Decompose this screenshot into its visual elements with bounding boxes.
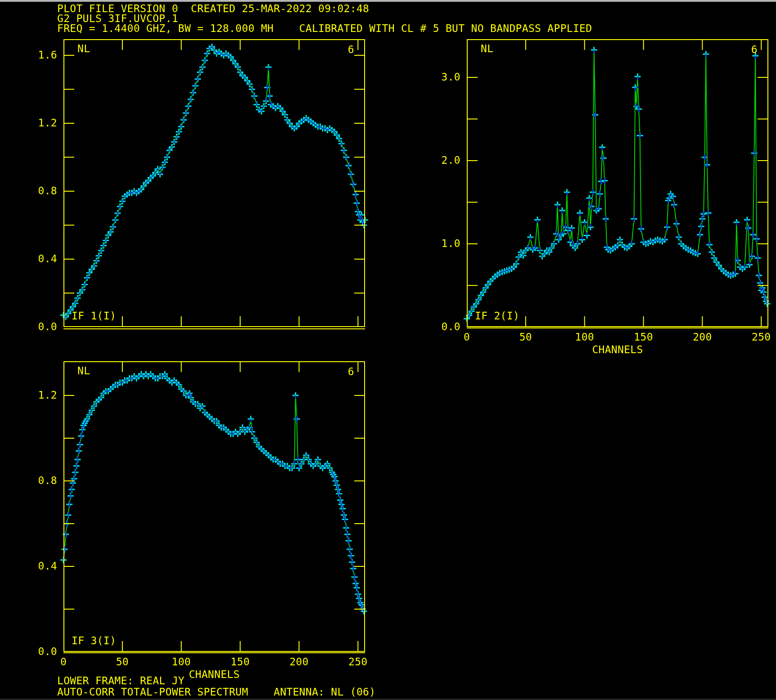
plot-border-if1 — [64, 40, 365, 327]
data-point-markers-if1 — [60, 44, 368, 320]
data-point-markers-if3 — [60, 371, 367, 615]
x-tick-label-if3: 200 — [281, 657, 317, 667]
x-tick-label-if3: 250 — [340, 657, 376, 667]
antenna-label-if3: NL — [77, 366, 90, 376]
x-tick-label-if3: 150 — [222, 657, 258, 667]
chart-if3 — [60, 362, 367, 653]
x-tick-label-if3: 50 — [104, 657, 140, 667]
y-tick-label-if1: 0.0 — [26, 322, 57, 332]
x-tick-label-if3: 100 — [163, 657, 199, 667]
antenna-label-if2: NL — [481, 44, 493, 54]
y-tick-label-if2: 0.0 — [429, 322, 460, 332]
y-tick-label-if3: 0.8 — [26, 476, 57, 486]
x-tick-label-if2: 150 — [626, 332, 662, 342]
plot-border-if2 — [467, 40, 768, 327]
y-tick-label-if1: 0.8 — [26, 186, 57, 196]
x-tick-label-if2: 100 — [567, 332, 603, 342]
x-tick-label-if2: 0 — [449, 332, 485, 342]
plot-number-label-if1: 6 — [336, 45, 354, 55]
if-label-if2: IF 2(I) — [475, 311, 519, 321]
x-tick-label-if2: 200 — [684, 332, 720, 342]
x-tick-label-if3: 0 — [45, 657, 81, 667]
chart-if2 — [464, 40, 770, 328]
if-label-if1: IF 1(I) — [72, 311, 116, 321]
y-tick-label-if3: 0.0 — [26, 646, 57, 657]
y-tick-label-if2: 2.0 — [429, 155, 460, 166]
x-tick-label-if2: 50 — [508, 332, 544, 342]
y-tick-label-if1: 1.2 — [26, 118, 57, 128]
plot-number-label-if2: 6 — [740, 45, 758, 55]
y-tick-label-if3: 0.4 — [26, 561, 57, 571]
x-tick-label-if2: 250 — [743, 332, 776, 342]
if-label-if3: IF 3(I) — [72, 636, 116, 646]
x-axis-title-if2: CHANNELS — [573, 345, 663, 355]
spectrum-line-if3 — [63, 374, 364, 611]
axis-ticks-if3 — [64, 362, 364, 651]
plot-border-if3 — [64, 362, 365, 651]
y-tick-label-if2: 1.0 — [429, 238, 460, 249]
plot-number-label-if3: 6 — [336, 367, 354, 377]
footer-plot-type-antenna: AUTO-CORR TOTAL-POWER SPECTRUM ANTENNA: … — [57, 687, 375, 697]
chart-if1 — [60, 40, 368, 329]
axis-ticks-if1 — [64, 40, 364, 326]
spectrum-line-if1 — [63, 47, 365, 317]
antenna-label-if1: NL — [77, 44, 90, 54]
data-point-markers-if2 — [464, 47, 770, 322]
aips-tv-screen: PLOT FILE VERSION 0 CREATED 25-MAR-2022 … — [0, 0, 776, 700]
y-tick-label-if2: 3.0 — [429, 72, 460, 82]
spectrum-line-if2 — [467, 50, 767, 319]
y-tick-label-if1: 0.4 — [26, 254, 57, 264]
axis-ticks-if2 — [468, 40, 767, 326]
y-tick-label-if1: 1.6 — [26, 50, 57, 60]
footer-lower-frame-units: LOWER FRAME: REAL JY — [57, 676, 185, 686]
y-tick-label-if3: 1.2 — [26, 390, 57, 400]
